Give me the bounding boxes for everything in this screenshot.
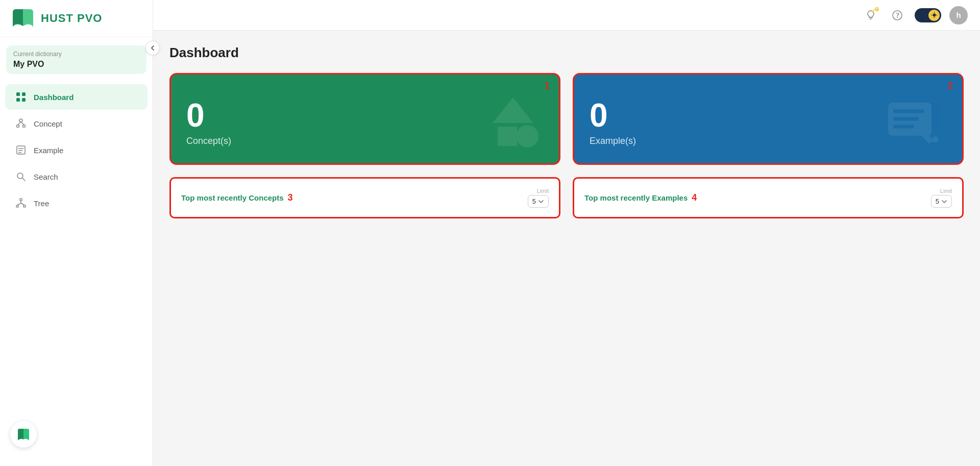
chevron-down-icon-2 [941, 199, 947, 205]
recent-sections-row: Top most recently Concepts 3 Limit 5 Top… [169, 177, 964, 218]
svg-rect-15 [20, 199, 22, 201]
svg-rect-2 [16, 98, 20, 102]
tree-icon [15, 198, 27, 209]
svg-point-5 [17, 125, 19, 128]
examples-card-number: 2 [948, 81, 953, 91]
page-title: Dashboard [169, 45, 964, 61]
user-avatar[interactable]: h [949, 6, 968, 24]
book-fab-button[interactable] [10, 421, 37, 448]
svg-text:?: ? [896, 12, 899, 19]
svg-rect-33 [498, 127, 517, 146]
topbar: ✦ ✦ ? h [153, 0, 980, 31]
recent-examples-limit-wrapper: Limit 5 [931, 188, 952, 208]
lightbulb-icon-button[interactable]: ✦ ✦ [862, 6, 880, 24]
recent-examples-limit-select[interactable]: 5 [931, 195, 952, 208]
recent-concepts-title-row: Top most recently Concepts 3 [181, 192, 293, 203]
logo-icon [10, 8, 36, 29]
main-content: ✦ ✦ ? h Dashboard 1 0 Concept(s) [153, 0, 980, 466]
recent-examples-title-row: Top most recently Examples 4 [584, 192, 697, 203]
recent-concepts-number: 3 [288, 192, 293, 203]
recent-examples-number: 4 [692, 192, 697, 203]
recent-concepts-card: Top most recently Concepts 3 Limit 5 [169, 177, 560, 218]
sidebar-item-dashboard-label: Dashboard [34, 93, 74, 102]
concept-icon [15, 118, 27, 129]
recent-examples-title: Top most recently Examples [584, 193, 688, 202]
recent-examples-limit-value: 5 [936, 198, 939, 205]
concepts-card-number: 1 [545, 81, 550, 91]
svg-point-34 [516, 125, 538, 148]
recent-concepts-limit-wrapper: Limit 5 [528, 188, 549, 208]
search-icon [15, 171, 27, 182]
theme-toggle[interactable] [915, 8, 941, 22]
svg-line-14 [22, 178, 25, 181]
sidebar-item-tree-label: Tree [34, 199, 49, 208]
sidebar-item-dashboard[interactable]: Dashboard [5, 84, 148, 110]
sidebar-item-example[interactable]: Example [5, 137, 148, 163]
svg-line-7 [18, 122, 21, 125]
example-icon [15, 144, 27, 156]
collapse-sidebar-button[interactable] [145, 41, 160, 55]
page-body: Dashboard 1 0 Concept(s) 2 0 [153, 31, 980, 466]
logo-text: HUST PVO [41, 12, 102, 25]
sidebar-item-search[interactable]: Search [5, 164, 148, 189]
svg-rect-17 [23, 205, 26, 207]
stat-cards-row: 1 0 Concept(s) 2 0 Example(s) [169, 73, 964, 165]
recent-examples-card: Top most recently Examples 4 Limit 5 [573, 177, 964, 218]
concepts-bg-icon [482, 95, 544, 153]
examples-stat-card[interactable]: 2 0 Example(s) [573, 73, 964, 165]
svg-rect-1 [22, 92, 26, 96]
recent-concepts-limit-select[interactable]: 5 [528, 195, 549, 208]
help-icon-button[interactable]: ? [888, 6, 906, 24]
svg-line-20 [21, 203, 24, 205]
chevron-down-icon [538, 199, 544, 205]
sidebar-item-example-label: Example [34, 146, 63, 155]
svg-point-13 [17, 173, 23, 179]
current-dict-label: Current dictionary [13, 51, 139, 58]
current-dict-value: My PVO [13, 60, 139, 69]
svg-rect-0 [16, 92, 20, 96]
dashboard-icon [15, 91, 27, 103]
sidebar-item-concept-label: Concept [34, 119, 62, 128]
logo-area: HUST PVO [0, 0, 153, 37]
nav-menu: Dashboard Concept Example Search [0, 83, 153, 413]
svg-point-27 [933, 14, 936, 17]
svg-point-39 [933, 136, 939, 142]
sidebar-bottom [0, 413, 153, 456]
concepts-stat-card[interactable]: 1 0 Concept(s) [169, 73, 560, 165]
sidebar-item-tree[interactable]: Tree [5, 190, 148, 216]
recent-concepts-title: Top most recently Concepts [181, 193, 284, 202]
svg-rect-16 [16, 205, 18, 207]
svg-line-19 [17, 203, 21, 205]
recent-concepts-limit-value: 5 [532, 198, 536, 205]
sidebar: HUST PVO Current dictionary My PVO Dashb… [0, 0, 153, 466]
current-dictionary-card: Current dictionary My PVO [6, 45, 146, 74]
theme-toggle-knob [928, 10, 940, 21]
lightbulb-badge: ✦ [875, 7, 879, 11]
sidebar-item-search-label: Search [34, 173, 58, 181]
recent-examples-limit-label: Limit [940, 188, 952, 194]
svg-marker-32 [493, 97, 533, 123]
svg-line-8 [21, 122, 24, 125]
examples-bg-icon [886, 100, 947, 153]
svg-point-6 [23, 125, 26, 128]
sidebar-item-concept[interactable]: Concept [5, 111, 148, 136]
recent-concepts-limit-label: Limit [537, 188, 549, 194]
svg-point-4 [19, 119, 22, 122]
svg-rect-3 [22, 98, 26, 102]
